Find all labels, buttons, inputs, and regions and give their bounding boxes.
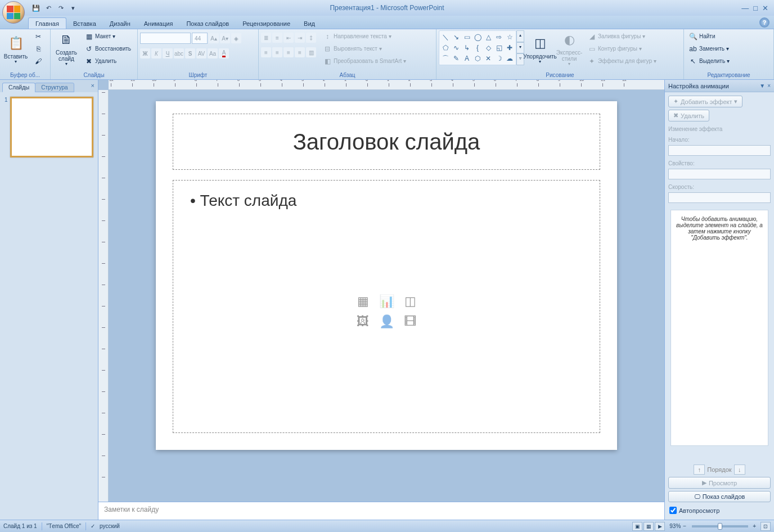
content-placeholder-icons[interactable]: ▦ 📊 ◫ 🖼 👤 🎞 <box>353 293 420 330</box>
add-effect-button[interactable]: ✦Добавить эффект ▾ <box>668 96 742 107</box>
bold-button[interactable]: Ж <box>140 48 150 58</box>
property-combo[interactable] <box>668 169 771 179</box>
underline-button[interactable]: Ч <box>163 48 173 58</box>
save-icon[interactable]: 💾 <box>30 2 42 13</box>
slide[interactable]: Заголовок слайда Текст слайда ▦ 📊 ◫ 🖼 👤 … <box>156 101 617 450</box>
text-direction-button[interactable]: ↕Направление текста ▾ <box>321 30 408 42</box>
font-size-combo[interactable]: 44 <box>192 33 208 44</box>
shape-textbox-icon[interactable]: A <box>462 53 472 64</box>
close-button[interactable]: ✕ <box>762 4 768 12</box>
autopreview-checkbox[interactable]: Автопросмотр <box>668 504 771 516</box>
justify-button[interactable]: ≡ <box>295 47 305 57</box>
shape-arrow2-icon[interactable]: ⇨ <box>494 32 504 42</box>
panel-tab-outline[interactable]: Структура <box>35 83 74 92</box>
insert-table-icon[interactable]: ▦ <box>353 293 373 310</box>
font-family-combo[interactable] <box>140 33 191 44</box>
shape-rect-icon[interactable]: ▭ <box>462 32 472 42</box>
normal-view-button[interactable]: ▣ <box>632 522 642 531</box>
align-text-button[interactable]: ⊟Выровнять текст ▾ <box>321 43 408 55</box>
delete-slide-button[interactable]: ✖Удалить <box>82 55 133 67</box>
shape-diamond-icon[interactable]: ◇ <box>483 43 493 53</box>
tab-insert[interactable]: Вставка <box>66 18 103 29</box>
zoom-out-button[interactable]: − <box>683 523 686 529</box>
spellcheck-icon[interactable]: ✓ <box>91 523 95 529</box>
shape-outline-button[interactable]: ▭Контур фигуры ▾ <box>585 43 659 55</box>
start-combo[interactable] <box>668 145 771 156</box>
insert-clipart-icon[interactable]: 👤 <box>376 313 397 330</box>
convert-smartart-button[interactable]: ◧Преобразовать в SmartArt ▾ <box>321 55 408 67</box>
speed-combo[interactable] <box>668 192 771 203</box>
layout-button[interactable]: ▦Макет ▾ <box>82 30 133 42</box>
shape-line-icon[interactable]: ＼ <box>440 32 451 42</box>
shadow-button[interactable]: S <box>185 48 195 58</box>
notes-pane[interactable]: Заметки к слайду <box>98 502 664 520</box>
grow-font-button[interactable]: A▴ <box>209 33 219 43</box>
status-language[interactable]: русский <box>100 523 120 529</box>
fit-window-button[interactable]: ⊡ <box>760 522 771 531</box>
copy-button[interactable]: ⎘ <box>32 43 45 55</box>
tab-view[interactable]: Вид <box>297 18 322 29</box>
italic-button[interactable]: К <box>151 48 161 58</box>
shape-connector-icon[interactable]: ↳ <box>462 43 472 53</box>
help-button[interactable]: ? <box>759 17 770 28</box>
tab-animation[interactable]: Анимация <box>137 18 180 29</box>
undo-icon[interactable]: ↶ <box>43 2 54 13</box>
shape-cross-icon[interactable]: ✕ <box>483 53 493 64</box>
zoom-slider[interactable] <box>692 525 748 528</box>
zoom-in-button[interactable]: + <box>753 523 756 529</box>
shape-effects-button[interactable]: ✦Эффекты для фигур ▾ <box>585 55 659 67</box>
tab-home[interactable]: Главная <box>28 17 66 29</box>
shapes-scroll[interactable]: ▴▾▿ <box>516 30 524 65</box>
align-right-button[interactable]: ≡ <box>284 47 294 57</box>
strike-button[interactable]: abc <box>174 48 184 58</box>
panel-tab-slides[interactable]: Слайды <box>2 83 35 92</box>
content-placeholder[interactable]: Текст слайда ▦ 📊 ◫ 🖼 👤 🎞 <box>173 180 600 433</box>
qat-customize-icon[interactable]: ▾ <box>68 2 79 13</box>
sorter-view-button[interactable]: ▦ <box>644 522 654 531</box>
shape-oval-icon[interactable]: ◯ <box>472 32 483 42</box>
line-spacing-button[interactable]: ‡ <box>306 33 316 43</box>
shape-arc-icon[interactable]: ⌒ <box>440 53 451 64</box>
shapes-gallery[interactable]: ＼↘▭◯△⇨☆ ⬠∿↳{◇◱✚ ⌒✎A⬡✕☽☁ <box>439 30 516 65</box>
canvas-area[interactable]: Заголовок слайда Текст слайда ▦ 📊 ◫ 🖼 👤 … <box>109 90 664 502</box>
shape-arrow-icon[interactable]: ↘ <box>451 32 461 42</box>
bullets-button[interactable]: ≣ <box>261 33 271 43</box>
shape-freeform-icon[interactable]: ✎ <box>451 53 461 64</box>
redo-icon[interactable]: ↷ <box>55 2 66 13</box>
slideshow-button[interactable]: 🖵 Показ слайдов <box>668 491 771 502</box>
insert-smartart-icon[interactable]: ◫ <box>400 293 420 310</box>
tab-review[interactable]: Рецензирование <box>236 18 297 29</box>
maximize-button[interactable]: □ <box>753 4 758 12</box>
minimize-button[interactable]: — <box>741 4 749 12</box>
tab-slideshow[interactable]: Показ слайдов <box>179 18 236 29</box>
new-slide-button[interactable]: 🗎 Создать слайд ▼ <box>53 30 80 67</box>
reorder-down-icon[interactable]: ↓ <box>734 465 745 475</box>
slideshow-view-button[interactable]: ▶ <box>655 522 665 531</box>
preview-button[interactable]: ▶ Просмотр <box>668 477 771 489</box>
reset-button[interactable]: ↺Восстановить <box>82 43 133 55</box>
title-placeholder[interactable]: Заголовок слайда <box>173 114 600 170</box>
shape-fill-button[interactable]: ◢Заливка фигуры ▾ <box>585 30 659 42</box>
insert-chart-icon[interactable]: 📊 <box>376 293 397 310</box>
char-spacing-button[interactable]: AV <box>196 48 206 58</box>
replace-button[interactable]: abЗаменить ▾ <box>686 43 732 55</box>
font-color-button[interactable]: A <box>219 48 229 58</box>
change-case-button[interactable]: Aa <box>208 48 218 58</box>
dec-indent-button[interactable]: ⇤ <box>284 33 294 43</box>
shape-moon-icon[interactable]: ☽ <box>494 53 504 64</box>
insert-picture-icon[interactable]: 🖼 <box>353 313 373 330</box>
shape-callout-icon[interactable]: ◱ <box>494 43 504 53</box>
office-button[interactable] <box>2 1 25 24</box>
panel-close-icon[interactable]: × <box>91 82 94 89</box>
clear-format-button[interactable]: ◈ <box>231 33 241 43</box>
shape-triangle-icon[interactable]: △ <box>483 32 493 42</box>
shape-brace-icon[interactable]: { <box>472 43 483 53</box>
shape-hex-icon[interactable]: ⬡ <box>472 53 483 64</box>
numbering-button[interactable]: ≡ <box>272 33 282 43</box>
shape-cloud-icon[interactable]: ☁ <box>505 53 515 64</box>
zoom-value[interactable]: 93% <box>669 523 681 529</box>
shape-plus-icon[interactable]: ✚ <box>505 43 515 53</box>
inc-indent-button[interactable]: ⇥ <box>295 33 305 43</box>
remove-effect-button[interactable]: ✖Удалить <box>668 110 709 121</box>
tab-design[interactable]: Дизайн <box>103 18 137 29</box>
